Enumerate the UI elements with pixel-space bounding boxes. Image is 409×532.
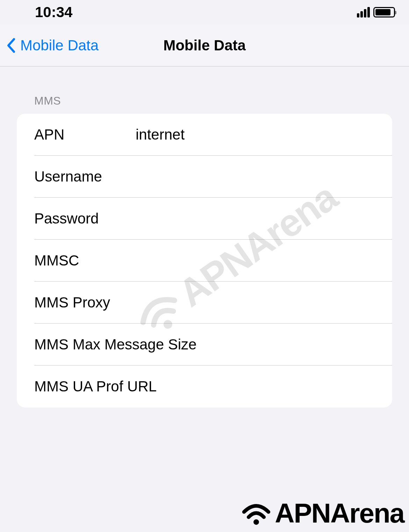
input-mms-proxy[interactable] xyxy=(136,294,385,311)
label-mms-max-size: MMS Max Message Size xyxy=(34,336,196,353)
brand-logo: APNArena xyxy=(241,494,409,532)
brand-logo-text: APNArena xyxy=(275,497,404,529)
row-apn[interactable]: APN xyxy=(17,114,392,156)
label-mms-proxy: MMS Proxy xyxy=(34,294,136,311)
status-indicators xyxy=(357,7,395,17)
label-mms-ua-prof: MMS UA Prof URL xyxy=(34,378,157,395)
label-username: Username xyxy=(34,168,136,185)
input-apn[interactable] xyxy=(136,126,385,143)
input-mmsc[interactable] xyxy=(136,252,385,269)
row-mms-proxy[interactable]: MMS Proxy xyxy=(17,282,392,324)
wifi-icon xyxy=(241,501,272,526)
status-bar: 10:34 xyxy=(0,0,409,24)
status-time: 10:34 xyxy=(35,4,72,21)
row-username[interactable]: Username xyxy=(17,156,392,198)
page-title: Mobile Data xyxy=(163,37,246,54)
input-mms-ua-prof[interactable] xyxy=(157,378,385,395)
row-mms-ua-prof[interactable]: MMS UA Prof URL xyxy=(17,366,392,407)
cellular-signal-icon xyxy=(357,7,370,17)
svg-point-1 xyxy=(253,519,259,525)
label-password: Password xyxy=(34,210,136,227)
back-label: Mobile Data xyxy=(20,37,99,54)
back-button[interactable]: Mobile Data xyxy=(0,37,99,54)
label-mmsc: MMSC xyxy=(34,252,136,269)
row-password[interactable]: Password xyxy=(17,198,392,240)
input-mms-max-size[interactable] xyxy=(196,336,385,353)
battery-icon xyxy=(373,7,395,17)
row-mms-max-size[interactable]: MMS Max Message Size xyxy=(17,324,392,366)
input-password[interactable] xyxy=(136,210,385,227)
navigation-bar: Mobile Data Mobile Data xyxy=(0,24,409,66)
section-header-mms: MMS xyxy=(0,66,409,114)
input-username[interactable] xyxy=(136,168,385,185)
label-apn: APN xyxy=(34,126,136,143)
mms-settings-group: APN Username Password MMSC MMS Proxy MMS… xyxy=(17,114,392,407)
row-mmsc[interactable]: MMSC xyxy=(17,240,392,282)
chevron-left-icon xyxy=(6,38,15,53)
